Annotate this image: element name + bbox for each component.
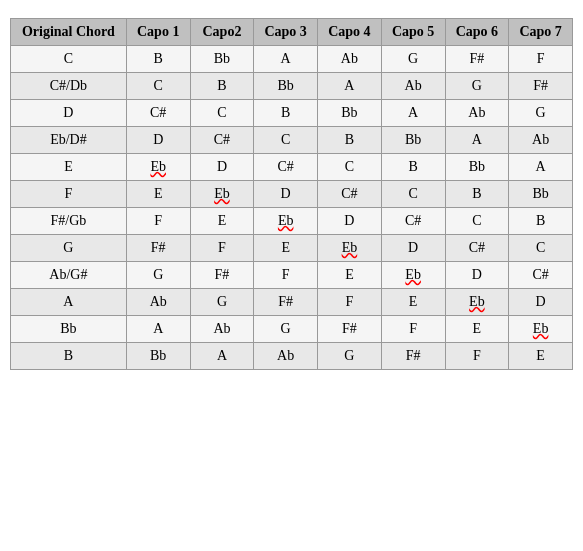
cell-0-7: F bbox=[509, 46, 573, 73]
cell-9-4: F bbox=[318, 289, 382, 316]
cell-5-0: F bbox=[11, 181, 127, 208]
cell-9-1: Ab bbox=[126, 289, 190, 316]
cell-1-7: F# bbox=[509, 73, 573, 100]
cell-10-0: Bb bbox=[11, 316, 127, 343]
cell-0-3: A bbox=[254, 46, 318, 73]
cell-0-2: Bb bbox=[190, 46, 254, 73]
cell-7-2: F bbox=[190, 235, 254, 262]
column-header-3: Capo 3 bbox=[254, 19, 318, 46]
cell-9-0: A bbox=[11, 289, 127, 316]
cell-11-5: F# bbox=[381, 343, 445, 370]
table-row: C#/DbCBBbAAbGF# bbox=[11, 73, 573, 100]
cell-2-6: Ab bbox=[445, 100, 509, 127]
cell-11-4: G bbox=[318, 343, 382, 370]
cell-10-2: Ab bbox=[190, 316, 254, 343]
cell-9-5: E bbox=[381, 289, 445, 316]
cell-3-2: C# bbox=[190, 127, 254, 154]
cell-8-5: Eb bbox=[381, 262, 445, 289]
table-row: GF#FEEbDC#C bbox=[11, 235, 573, 262]
column-header-4: Capo 4 bbox=[318, 19, 382, 46]
cell-3-5: Bb bbox=[381, 127, 445, 154]
cell-4-7: A bbox=[509, 154, 573, 181]
cell-2-1: C# bbox=[126, 100, 190, 127]
cell-8-0: Ab/G# bbox=[11, 262, 127, 289]
cell-0-5: G bbox=[381, 46, 445, 73]
cell-11-6: F bbox=[445, 343, 509, 370]
cell-5-2: Eb bbox=[190, 181, 254, 208]
table-row: Ab/G#GF#FEEbDC# bbox=[11, 262, 573, 289]
cell-3-3: C bbox=[254, 127, 318, 154]
cell-10-1: A bbox=[126, 316, 190, 343]
cell-7-3: E bbox=[254, 235, 318, 262]
cell-8-3: F bbox=[254, 262, 318, 289]
column-header-7: Capo 7 bbox=[509, 19, 573, 46]
column-header-0: Original Chord bbox=[11, 19, 127, 46]
cell-5-3: D bbox=[254, 181, 318, 208]
table-row: EEbDC#CBBbA bbox=[11, 154, 573, 181]
cell-1-2: B bbox=[190, 73, 254, 100]
cell-6-6: C bbox=[445, 208, 509, 235]
column-header-2: Capo2 bbox=[190, 19, 254, 46]
cell-0-4: Ab bbox=[318, 46, 382, 73]
cell-0-0: C bbox=[11, 46, 127, 73]
table-row: Eb/D#DC#CBBbAAb bbox=[11, 127, 573, 154]
cell-11-3: Ab bbox=[254, 343, 318, 370]
cell-2-4: Bb bbox=[318, 100, 382, 127]
cell-4-2: D bbox=[190, 154, 254, 181]
cell-0-1: B bbox=[126, 46, 190, 73]
table-row: BbAAbGF#FEEb bbox=[11, 316, 573, 343]
cell-2-7: G bbox=[509, 100, 573, 127]
table-row: AAbGF#FEEbD bbox=[11, 289, 573, 316]
table-row: FEEbDC#CBBb bbox=[11, 181, 573, 208]
cell-8-7: C# bbox=[509, 262, 573, 289]
cell-2-0: D bbox=[11, 100, 127, 127]
cell-4-1: Eb bbox=[126, 154, 190, 181]
cell-8-1: G bbox=[126, 262, 190, 289]
cell-7-1: F# bbox=[126, 235, 190, 262]
column-header-1: Capo 1 bbox=[126, 19, 190, 46]
cell-6-2: E bbox=[190, 208, 254, 235]
cell-1-6: G bbox=[445, 73, 509, 100]
cell-9-7: D bbox=[509, 289, 573, 316]
cell-5-6: B bbox=[445, 181, 509, 208]
cell-1-3: Bb bbox=[254, 73, 318, 100]
transposition-table: Original ChordCapo 1Capo2Capo 3Capo 4Cap… bbox=[10, 18, 573, 370]
cell-1-4: A bbox=[318, 73, 382, 100]
cell-2-3: B bbox=[254, 100, 318, 127]
cell-9-3: F# bbox=[254, 289, 318, 316]
cell-7-7: C bbox=[509, 235, 573, 262]
cell-11-7: E bbox=[509, 343, 573, 370]
column-header-6: Capo 6 bbox=[445, 19, 509, 46]
cell-6-5: C# bbox=[381, 208, 445, 235]
cell-1-1: C bbox=[126, 73, 190, 100]
column-header-5: Capo 5 bbox=[381, 19, 445, 46]
cell-8-4: E bbox=[318, 262, 382, 289]
cell-6-1: F bbox=[126, 208, 190, 235]
cell-3-0: Eb/D# bbox=[11, 127, 127, 154]
cell-10-7: Eb bbox=[509, 316, 573, 343]
cell-6-7: B bbox=[509, 208, 573, 235]
cell-3-7: Ab bbox=[509, 127, 573, 154]
cell-6-0: F#/Gb bbox=[11, 208, 127, 235]
cell-4-0: E bbox=[11, 154, 127, 181]
header-row: Original ChordCapo 1Capo2Capo 3Capo 4Cap… bbox=[11, 19, 573, 46]
cell-7-0: G bbox=[11, 235, 127, 262]
cell-8-6: D bbox=[445, 262, 509, 289]
cell-10-4: F# bbox=[318, 316, 382, 343]
cell-9-6: Eb bbox=[445, 289, 509, 316]
cell-6-4: D bbox=[318, 208, 382, 235]
cell-4-4: C bbox=[318, 154, 382, 181]
table-row: BBbAAbGF#FE bbox=[11, 343, 573, 370]
cell-4-3: C# bbox=[254, 154, 318, 181]
cell-5-1: E bbox=[126, 181, 190, 208]
cell-7-4: Eb bbox=[318, 235, 382, 262]
cell-11-0: B bbox=[11, 343, 127, 370]
cell-5-7: Bb bbox=[509, 181, 573, 208]
cell-3-1: D bbox=[126, 127, 190, 154]
cell-0-6: F# bbox=[445, 46, 509, 73]
table-row: F#/GbFEEbDC#CB bbox=[11, 208, 573, 235]
cell-1-0: C#/Db bbox=[11, 73, 127, 100]
cell-7-6: C# bbox=[445, 235, 509, 262]
cell-3-6: A bbox=[445, 127, 509, 154]
cell-1-5: Ab bbox=[381, 73, 445, 100]
